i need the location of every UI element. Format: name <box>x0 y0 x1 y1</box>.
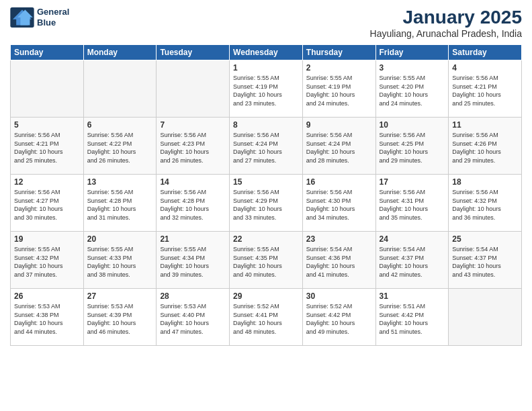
day-info: Sunrise: 5:53 AM Sunset: 4:39 PM Dayligh… <box>87 302 153 336</box>
day-info: Sunrise: 5:56 AM Sunset: 4:29 PM Dayligh… <box>233 188 299 222</box>
header-cell-monday: Monday <box>83 45 157 60</box>
day-cell <box>157 60 230 118</box>
calendar-header: SundayMondayTuesdayWednesdayThursdayFrid… <box>11 45 522 60</box>
calendar-body: 1Sunrise: 5:55 AM Sunset: 4:19 PM Daylig… <box>11 60 522 346</box>
day-info: Sunrise: 5:56 AM Sunset: 4:24 PM Dayligh… <box>306 131 372 165</box>
subtitle: Hayuliang, Arunachal Pradesh, India <box>370 28 522 39</box>
day-info: Sunrise: 5:55 AM Sunset: 4:33 PM Dayligh… <box>87 245 153 279</box>
day-number: 22 <box>233 234 299 244</box>
day-cell: 26Sunrise: 5:53 AM Sunset: 4:38 PM Dayli… <box>11 289 84 346</box>
day-info: Sunrise: 5:56 AM Sunset: 4:32 PM Dayligh… <box>452 188 518 222</box>
logo-line2: Blue <box>37 17 69 28</box>
day-number: 19 <box>14 234 80 244</box>
day-number: 13 <box>87 177 153 187</box>
month-title: January 2025 <box>370 7 522 28</box>
day-info: Sunrise: 5:56 AM Sunset: 4:23 PM Dayligh… <box>160 131 226 165</box>
day-info: Sunrise: 5:55 AM Sunset: 4:20 PM Dayligh… <box>380 74 445 107</box>
day-number: 29 <box>233 291 299 301</box>
day-cell: 11Sunrise: 5:56 AM Sunset: 4:26 PM Dayli… <box>449 118 522 175</box>
day-cell <box>83 60 157 118</box>
day-cell: 5Sunrise: 5:56 AM Sunset: 4:21 PM Daylig… <box>11 118 84 175</box>
day-number: 8 <box>233 120 299 130</box>
day-number: 26 <box>14 291 80 301</box>
day-cell: 2Sunrise: 5:55 AM Sunset: 4:19 PM Daylig… <box>302 60 375 118</box>
day-cell: 24Sunrise: 5:54 AM Sunset: 4:37 PM Dayli… <box>375 232 449 289</box>
day-number: 31 <box>380 291 445 301</box>
day-number: 27 <box>87 291 153 301</box>
day-number: 6 <box>87 120 153 130</box>
day-info: Sunrise: 5:56 AM Sunset: 4:27 PM Dayligh… <box>14 188 80 222</box>
day-number: 16 <box>306 177 372 187</box>
day-info: Sunrise: 5:54 AM Sunset: 4:36 PM Dayligh… <box>306 245 372 279</box>
day-number: 18 <box>452 177 518 187</box>
day-number: 28 <box>160 291 226 301</box>
day-number: 30 <box>306 291 372 301</box>
day-number: 14 <box>160 177 226 187</box>
day-cell <box>449 289 522 346</box>
day-number: 3 <box>380 63 445 73</box>
day-cell: 10Sunrise: 5:56 AM Sunset: 4:25 PM Dayli… <box>375 118 449 175</box>
day-info: Sunrise: 5:56 AM Sunset: 4:28 PM Dayligh… <box>160 188 226 222</box>
header-cell-sunday: Sunday <box>11 45 84 60</box>
header-row: SundayMondayTuesdayWednesdayThursdayFrid… <box>11 45 522 60</box>
day-cell: 15Sunrise: 5:56 AM Sunset: 4:29 PM Dayli… <box>230 175 303 232</box>
day-cell: 19Sunrise: 5:55 AM Sunset: 4:32 PM Dayli… <box>11 232 84 289</box>
day-cell <box>11 60 84 118</box>
day-number: 25 <box>452 234 518 244</box>
day-info: Sunrise: 5:52 AM Sunset: 4:42 PM Dayligh… <box>306 302 372 336</box>
day-info: Sunrise: 5:56 AM Sunset: 4:31 PM Dayligh… <box>380 188 445 222</box>
page: General Blue January 2025 Hayuliang, Aru… <box>0 0 532 411</box>
day-number: 24 <box>380 234 445 244</box>
day-number: 11 <box>452 120 518 130</box>
header-cell-thursday: Thursday <box>302 45 375 60</box>
day-info: Sunrise: 5:53 AM Sunset: 4:38 PM Dayligh… <box>14 302 80 336</box>
logo: General Blue <box>10 7 69 28</box>
day-cell: 6Sunrise: 5:56 AM Sunset: 4:22 PM Daylig… <box>83 118 157 175</box>
day-cell: 27Sunrise: 5:53 AM Sunset: 4:39 PM Dayli… <box>83 289 157 346</box>
day-cell: 4Sunrise: 5:56 AM Sunset: 4:21 PM Daylig… <box>449 60 522 118</box>
week-row-1: 5Sunrise: 5:56 AM Sunset: 4:21 PM Daylig… <box>11 118 522 175</box>
day-info: Sunrise: 5:56 AM Sunset: 4:26 PM Dayligh… <box>452 131 518 165</box>
day-cell: 9Sunrise: 5:56 AM Sunset: 4:24 PM Daylig… <box>302 118 375 175</box>
day-cell: 8Sunrise: 5:56 AM Sunset: 4:24 PM Daylig… <box>230 118 303 175</box>
logo-line1: General <box>37 7 69 17</box>
day-info: Sunrise: 5:55 AM Sunset: 4:32 PM Dayligh… <box>14 245 80 279</box>
day-number: 23 <box>306 234 372 244</box>
day-cell: 28Sunrise: 5:53 AM Sunset: 4:40 PM Dayli… <box>157 289 230 346</box>
day-cell: 25Sunrise: 5:54 AM Sunset: 4:37 PM Dayli… <box>449 232 522 289</box>
day-cell: 21Sunrise: 5:55 AM Sunset: 4:34 PM Dayli… <box>157 232 230 289</box>
week-row-4: 26Sunrise: 5:53 AM Sunset: 4:38 PM Dayli… <box>11 289 522 346</box>
day-cell: 14Sunrise: 5:56 AM Sunset: 4:28 PM Dayli… <box>157 175 230 232</box>
day-number: 4 <box>452 63 518 73</box>
week-row-2: 12Sunrise: 5:56 AM Sunset: 4:27 PM Dayli… <box>11 175 522 232</box>
day-cell: 7Sunrise: 5:56 AM Sunset: 4:23 PM Daylig… <box>157 118 230 175</box>
day-info: Sunrise: 5:54 AM Sunset: 4:37 PM Dayligh… <box>380 245 445 279</box>
day-number: 12 <box>14 177 80 187</box>
day-number: 10 <box>380 120 445 130</box>
day-number: 2 <box>306 63 372 73</box>
day-number: 9 <box>306 120 372 130</box>
logo-text: General Blue <box>37 7 69 28</box>
day-info: Sunrise: 5:55 AM Sunset: 4:34 PM Dayligh… <box>160 245 226 279</box>
day-info: Sunrise: 5:53 AM Sunset: 4:40 PM Dayligh… <box>160 302 226 336</box>
day-cell: 16Sunrise: 5:56 AM Sunset: 4:30 PM Dayli… <box>302 175 375 232</box>
day-info: Sunrise: 5:56 AM Sunset: 4:24 PM Dayligh… <box>233 131 299 165</box>
day-cell: 30Sunrise: 5:52 AM Sunset: 4:42 PM Dayli… <box>302 289 375 346</box>
day-number: 7 <box>160 120 226 130</box>
day-cell: 18Sunrise: 5:56 AM Sunset: 4:32 PM Dayli… <box>449 175 522 232</box>
day-cell: 20Sunrise: 5:55 AM Sunset: 4:33 PM Dayli… <box>83 232 157 289</box>
day-cell: 1Sunrise: 5:55 AM Sunset: 4:19 PM Daylig… <box>230 60 303 118</box>
day-number: 17 <box>380 177 445 187</box>
day-info: Sunrise: 5:54 AM Sunset: 4:37 PM Dayligh… <box>452 245 518 279</box>
day-number: 20 <box>87 234 153 244</box>
header: General Blue January 2025 Hayuliang, Aru… <box>10 7 522 39</box>
day-cell: 3Sunrise: 5:55 AM Sunset: 4:20 PM Daylig… <box>375 60 449 118</box>
day-info: Sunrise: 5:55 AM Sunset: 4:19 PM Dayligh… <box>306 74 372 107</box>
day-cell: 23Sunrise: 5:54 AM Sunset: 4:36 PM Dayli… <box>302 232 375 289</box>
week-row-0: 1Sunrise: 5:55 AM Sunset: 4:19 PM Daylig… <box>11 60 522 118</box>
day-info: Sunrise: 5:56 AM Sunset: 4:21 PM Dayligh… <box>14 131 80 165</box>
day-cell: 22Sunrise: 5:55 AM Sunset: 4:35 PM Dayli… <box>230 232 303 289</box>
week-row-3: 19Sunrise: 5:55 AM Sunset: 4:32 PM Dayli… <box>11 232 522 289</box>
calendar: SundayMondayTuesdayWednesdayThursdayFrid… <box>10 44 522 346</box>
day-info: Sunrise: 5:56 AM Sunset: 4:22 PM Dayligh… <box>87 131 153 165</box>
